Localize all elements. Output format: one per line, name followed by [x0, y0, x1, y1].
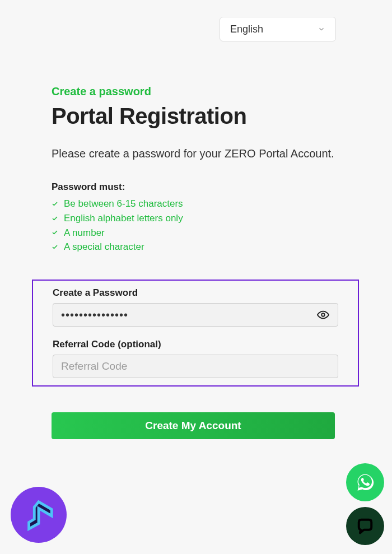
requirement-item: Be between 6-15 characters — [52, 197, 343, 211]
check-icon — [52, 201, 58, 207]
check-icon — [52, 215, 58, 222]
requirement-text: English alphabet letters only — [64, 212, 183, 225]
brand-logo-icon — [22, 499, 55, 531]
chat-button[interactable] — [346, 507, 384, 545]
password-input[interactable] — [53, 303, 338, 327]
password-label: Create a Password — [53, 287, 338, 299]
chevron-down-icon — [318, 25, 325, 33]
form-box: Create a Password Referral Code (optiona… — [32, 280, 359, 387]
eye-icon — [317, 309, 329, 321]
svg-point-0 — [321, 313, 325, 316]
language-selector[interactable]: English — [220, 17, 336, 41]
check-icon — [52, 229, 58, 236]
subtitle: Create a password — [52, 85, 343, 98]
whatsapp-icon — [355, 472, 375, 492]
requirement-text: Be between 6-15 characters — [64, 197, 183, 211]
requirement-item: A special character — [52, 240, 343, 254]
requirement-text: A number — [64, 226, 105, 240]
requirement-item: English alphabet letters only — [52, 212, 343, 225]
check-icon — [52, 244, 58, 250]
referral-code-input[interactable] — [53, 355, 338, 378]
requirements-list: Be between 6-15 characters English alpha… — [52, 197, 343, 254]
language-selected-label: English — [230, 24, 263, 35]
brand-logo-button[interactable] — [11, 487, 67, 543]
requirements-heading: Password must: — [52, 181, 343, 193]
requirement-item: A number — [52, 226, 343, 240]
requirement-text: A special character — [64, 240, 144, 254]
create-account-button[interactable]: Create My Account — [52, 412, 335, 439]
toggle-password-visibility-button[interactable] — [315, 306, 332, 323]
referral-label: Referral Code (optional) — [53, 339, 338, 350]
description-text: Please create a password for your ZERO P… — [52, 146, 343, 162]
whatsapp-button[interactable] — [346, 463, 384, 501]
chat-icon — [355, 516, 375, 536]
page-title: Portal Registration — [52, 104, 343, 129]
